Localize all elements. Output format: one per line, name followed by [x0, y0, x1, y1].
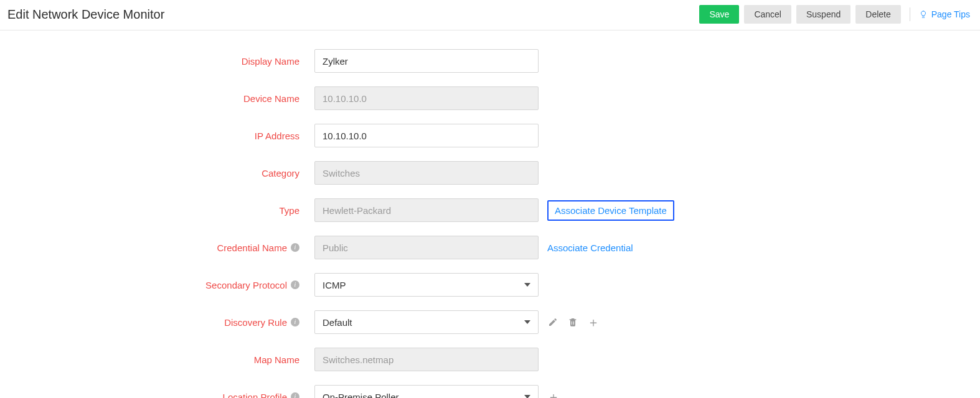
row-discovery-rule: Discovery Rule i Default ＋: [0, 310, 980, 334]
page-header: Edit Network Device Monitor Save Cancel …: [0, 0, 980, 30]
label-location-profile: Location Profile: [223, 392, 287, 399]
label-category: Category: [261, 168, 299, 178]
category-field: Switches: [314, 161, 539, 185]
divider: [910, 7, 910, 21]
plus-icon[interactable]: ＋: [547, 391, 560, 398]
page-tips-link[interactable]: Page Tips: [919, 9, 970, 19]
info-icon[interactable]: i: [291, 392, 299, 398]
row-type: Type Hewlett-Packard Associate Device Te…: [0, 198, 980, 222]
associate-credential-link[interactable]: Associate Credential: [547, 243, 633, 253]
label-credential-name: Credential Name: [217, 243, 287, 253]
credential-name-field: Public: [314, 236, 539, 259]
label-device-name: Device Name: [243, 93, 299, 104]
cancel-button[interactable]: Cancel: [744, 5, 791, 24]
type-field: Hewlett-Packard: [314, 198, 539, 222]
suspend-button[interactable]: Suspend: [796, 5, 850, 24]
save-button[interactable]: Save: [699, 5, 739, 24]
discovery-rule-select[interactable]: Default: [314, 310, 539, 334]
label-map-name: Map Name: [254, 354, 299, 365]
row-ip-address: IP Address: [0, 124, 980, 147]
label-display-name: Display Name: [242, 56, 299, 67]
row-secondary-protocol: Secondary Protocol i ICMP: [0, 273, 980, 297]
page-tips-label: Page Tips: [931, 9, 970, 19]
label-ip-address: IP Address: [255, 131, 299, 141]
discovery-rule-value: Default: [323, 317, 352, 328]
chevron-down-icon: [524, 320, 530, 324]
info-icon[interactable]: i: [291, 243, 299, 252]
map-name-field: Switches.netmap: [314, 348, 539, 371]
plus-icon[interactable]: ＋: [587, 316, 600, 328]
info-icon[interactable]: i: [291, 280, 299, 289]
secondary-protocol-select[interactable]: ICMP: [314, 273, 539, 297]
row-credential-name: Credential Name i Public Associate Crede…: [0, 236, 980, 259]
row-location-profile: Location Profile i On-Premise Poller ＋: [0, 385, 980, 398]
page-title: Edit Network Device Monitor: [7, 7, 164, 22]
location-profile-value: On-Premise Poller: [323, 392, 399, 399]
header-actions: Save Cancel Suspend Delete Page Tips: [699, 5, 970, 24]
chevron-down-icon: [524, 283, 530, 287]
row-category: Category Switches: [0, 161, 980, 185]
trash-icon[interactable]: [567, 317, 578, 328]
info-icon[interactable]: i: [291, 318, 299, 326]
row-device-name: Device Name 10.10.10.0: [0, 86, 980, 110]
delete-button[interactable]: Delete: [855, 5, 900, 24]
secondary-protocol-value: ICMP: [323, 280, 346, 290]
device-name-field: 10.10.10.0: [314, 86, 539, 110]
form-area: Display Name Device Name 10.10.10.0 IP A…: [0, 30, 980, 398]
associate-device-template-link[interactable]: Associate Device Template: [547, 200, 674, 221]
lightbulb-icon: [919, 10, 928, 19]
label-secondary-protocol: Secondary Protocol: [205, 280, 287, 290]
row-map-name: Map Name Switches.netmap: [0, 348, 980, 371]
chevron-down-icon: [524, 395, 530, 398]
label-type: Type: [279, 205, 299, 216]
edit-icon[interactable]: [547, 317, 558, 328]
ip-address-input[interactable]: [314, 124, 539, 147]
label-discovery-rule: Discovery Rule: [224, 317, 287, 328]
display-name-input[interactable]: [314, 49, 539, 73]
row-display-name: Display Name: [0, 49, 980, 73]
location-profile-select[interactable]: On-Premise Poller: [314, 385, 539, 398]
